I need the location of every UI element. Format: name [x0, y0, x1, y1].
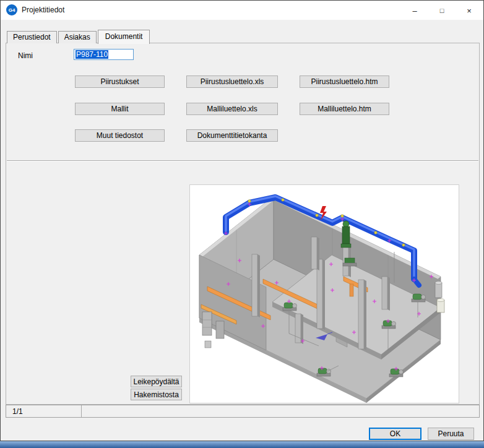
button-piirustusluettelo-xls[interactable]: Piirustusluettelo.xls — [186, 75, 278, 88]
minimize-button[interactable]: – — [401, 1, 428, 20]
tab-dokumentit[interactable]: Dokumentit — [98, 30, 150, 44]
statusbar: 1/1 — [6, 405, 480, 418]
dialog-projektitiedot: G4 Projektitiedot – □ × Perustiedot Asia… — [0, 0, 484, 441]
titlebar[interactable]: G4 Projektitiedot – □ × — [1, 1, 483, 20]
name-input[interactable]: P987-110 — [74, 49, 134, 60]
screen: G4 Projektitiedot – □ × Perustiedot Asia… — [0, 0, 484, 448]
ok-button[interactable]: OK — [369, 428, 421, 440]
button-malliluettelo-xls[interactable]: Malliluettelo.xls — [186, 103, 278, 115]
model-preview-image — [190, 185, 459, 403]
name-label: Nimi — [18, 51, 33, 60]
model-preview-panel — [189, 184, 459, 403]
button-dokumenttitietokanta[interactable]: Dokumenttitietokanta — [186, 129, 278, 142]
button-mallit[interactable]: Mallit — [75, 103, 165, 115]
page-indicator: 1/1 — [6, 405, 82, 417]
button-malliluettelo-htm[interactable]: Malliluettelo.htm — [300, 103, 389, 115]
window-controls: – □ × — [401, 1, 483, 20]
button-piirustukset[interactable]: Piirustukset — [75, 75, 165, 88]
separator-line — [7, 160, 478, 162]
name-input-selected-text: P987-110 — [76, 50, 108, 59]
background-window-strip — [0, 441, 484, 448]
cancel-button[interactable]: Peruuta — [428, 428, 474, 440]
window-title: Projektitiedot — [22, 6, 64, 14]
maximize-button[interactable]: □ — [428, 1, 456, 20]
tab-asiakas[interactable]: Asiakas — [58, 31, 97, 43]
tabstrip: Perustiedot Asiakas Dokumentit — [7, 30, 151, 43]
button-leikepoydalta[interactable]: Leikepöydältä — [131, 376, 182, 387]
button-muut-tiedostot[interactable]: Muut tiedostot — [75, 129, 165, 142]
button-piirustusluettelo-htm[interactable]: Piirustusluettelo.htm — [300, 75, 389, 88]
close-button[interactable]: × — [456, 1, 483, 20]
button-hakemistosta[interactable]: Hakemistosta — [131, 389, 182, 400]
tab-perustiedot[interactable]: Perustiedot — [7, 31, 57, 43]
app-icon: G4 — [6, 4, 17, 15]
